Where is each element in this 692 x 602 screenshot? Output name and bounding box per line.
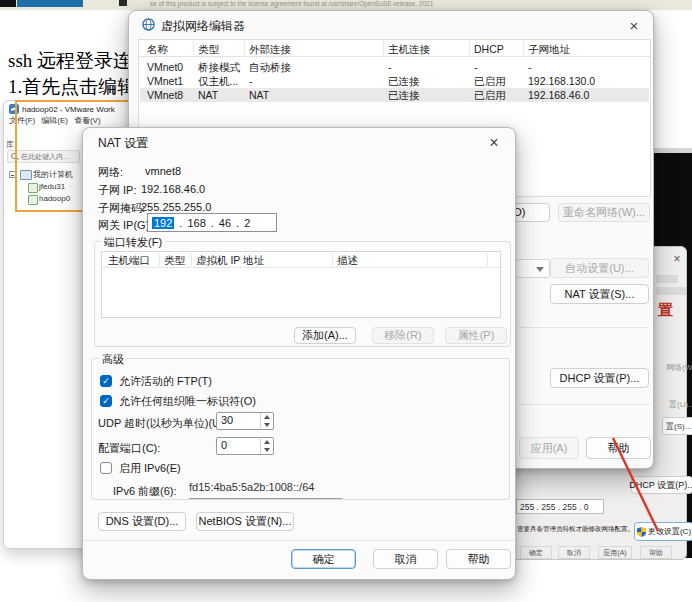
allow-ftp-checkbox[interactable]: ✓	[100, 375, 112, 387]
nat-settings-dialog: NAT 设置 × 网络: vmnet8 子网 IP: 192.168.46.0 …	[82, 127, 516, 580]
background-picture-grey-band	[653, 148, 692, 153]
vne-help-button[interactable]: 帮助	[586, 437, 651, 459]
subnet-mask-value: 255.255.255.0	[141, 201, 211, 213]
col-name[interactable]: 名称	[147, 43, 168, 57]
netbios-settings-button[interactable]: NetBIOS 设置(N)...	[196, 512, 294, 531]
close-icon[interactable]: ×	[666, 249, 688, 269]
pf-col-type[interactable]: 类型	[164, 254, 185, 268]
pf-properties-button[interactable]: 属性(P)	[445, 327, 507, 344]
admin-privilege-note: 需要具备管理员特权才能修改网络配置。	[517, 525, 635, 534]
bg-help-button[interactable]: 帮助	[640, 546, 672, 559]
footer-divider	[83, 540, 515, 541]
gateway-ip-field[interactable]: 192 . 168 . 46 . 2	[147, 213, 277, 232]
vne-titlebar[interactable]: 虚拟网络编辑器 ×	[129, 11, 653, 37]
spinner-up-icon[interactable]	[260, 413, 273, 421]
pf-col-vmip[interactable]: 虚拟机 IP 地址	[196, 254, 264, 268]
ipv6-prefix-label: IPv6 前缀(6):	[113, 484, 177, 499]
skeleton-block	[656, 287, 686, 295]
allow-oui-label: 允许任何组织唯一标识符(O)	[119, 394, 256, 409]
config-port-value[interactable]: 0	[221, 439, 227, 451]
nat-titlebar[interactable]: NAT 设置 ×	[83, 128, 515, 154]
doc-line-1: ssh 远程登录连	[8, 48, 132, 74]
close-icon[interactable]: ×	[483, 133, 505, 153]
bg-dhcp-settings-button[interactable]: DHCP 设置(P)...	[631, 476, 692, 494]
table-row-vmnet1[interactable]: VMnet1 仅主机... - 已连接 已启用 192.168.130.0	[140, 74, 649, 88]
gateway-octet-1[interactable]: 192	[152, 217, 174, 229]
host-adapter-combobox[interactable]	[515, 259, 550, 278]
table-row-vmnet0[interactable]: VMnet0 桥接模式 自动桥接 - - -	[140, 60, 649, 74]
enable-ipv6-checkbox[interactable]	[100, 462, 112, 474]
spinner-down-icon[interactable]	[260, 421, 273, 429]
network-editor-icon	[142, 18, 155, 31]
apply-button[interactable]: 应用(A)	[519, 437, 579, 459]
pf-col-desc[interactable]: 描述	[337, 254, 358, 268]
close-icon[interactable]: ×	[623, 16, 645, 36]
col-dhcp[interactable]: DHCP	[474, 43, 504, 55]
ip-dot: .	[179, 217, 182, 229]
gateway-ip-label: 网关 IP(G):	[98, 218, 152, 233]
spinner-down-icon[interactable]	[260, 446, 273, 454]
pf-col-hostport[interactable]: 主机端口	[108, 254, 150, 268]
gateway-octet-2[interactable]: 168	[187, 217, 205, 229]
pf-add-button[interactable]: 添加(A)...	[294, 327, 356, 344]
allow-oui-checkbox[interactable]: ✓	[100, 395, 112, 407]
gateway-octet-4[interactable]: 2	[244, 217, 250, 229]
config-port-stepper[interactable]: 0	[216, 437, 274, 455]
ip-dot: .	[236, 217, 239, 229]
nat-help-button[interactable]: 帮助	[446, 549, 511, 569]
network-value: vmnet8	[145, 165, 181, 177]
rename-network-fragment: 网络(W)...	[666, 362, 692, 373]
check-icon: ✓	[102, 376, 110, 386]
port-forwarding-label: 端口转发(F)	[101, 235, 165, 250]
change-settings-button[interactable]: 更改设置(C)	[634, 522, 692, 541]
enable-ipv6-label: 启用 IPv6(E)	[119, 461, 181, 476]
config-port-label: 配置端口(C):	[98, 441, 160, 456]
udp-timeout-value[interactable]: 30	[221, 414, 233, 426]
pf-remove-button[interactable]: 移除(R)	[372, 327, 434, 344]
bg-apply-button[interactable]: 应用(A)	[598, 546, 632, 559]
taskbar-black-fragment	[0, 0, 16, 7]
col-subnet[interactable]: 子网地址	[528, 43, 570, 57]
nat-settings-button[interactable]: NAT 设置(S)...	[550, 284, 649, 304]
doc-line-2: 1.首先点击编辑	[8, 74, 136, 100]
udp-timeout-label: UDP 超时(以秒为单位)(U):	[98, 416, 227, 431]
col-type[interactable]: 类型	[198, 43, 219, 57]
bg-subnet-mask-field[interactable]: 255 . 255 . 255 . 0	[516, 499, 604, 514]
nat-title: NAT 设置	[98, 135, 148, 152]
table-row-vmnet8[interactable]: VMnet8 NAT NAT 已连接 已启用 192.168.46.0	[140, 88, 649, 102]
nat-cancel-button[interactable]: 取消	[373, 549, 438, 569]
vne-title: 虚拟网络编辑器	[161, 18, 245, 35]
library-label: 库	[6, 139, 14, 150]
auto-settings-fragment: 置(U)...	[669, 399, 692, 410]
document-page: se of this product is subject to the lic…	[0, 0, 692, 602]
udp-timeout-stepper[interactable]: 30	[216, 412, 274, 430]
skeleton-block	[656, 275, 678, 283]
gateway-octet-3[interactable]: 46	[219, 217, 231, 229]
dhcp-settings-button[interactable]: DHCP 设置(P)...	[550, 368, 649, 388]
col-hostconn[interactable]: 主机连接	[388, 43, 430, 57]
allow-ftp-label: 允许活动的 FTP(T)	[119, 374, 212, 389]
subnet-ip-value: 192.168.46.0	[141, 183, 205, 195]
red-annotation-text: 置	[658, 301, 673, 320]
col-external[interactable]: 外部连接	[249, 43, 291, 57]
bg-cancel-button[interactable]: 取消	[558, 546, 590, 559]
rename-network-button[interactable]: 重命名网络(W)...	[558, 203, 650, 222]
auto-settings-button[interactable]: 自动设置(U)...	[550, 258, 649, 278]
advanced-label: 高级	[99, 352, 127, 367]
license-strip: se of this product is subject to the lic…	[0, 0, 692, 10]
ipv6-prefix-field[interactable]: fd15:4ba5:5a2b:1008::/64	[189, 481, 342, 499]
port-forwarding-table[interactable]: 主机端口 类型 虚拟机 IP 地址 描述	[101, 251, 501, 318]
divider	[519, 327, 649, 328]
check-icon: ✓	[102, 396, 110, 406]
chevron-down-icon	[536, 267, 544, 272]
nat-settings-fragment: 置(S)...	[662, 417, 692, 435]
uac-shield-icon	[637, 527, 646, 537]
dns-settings-button[interactable]: DNS 设置(D)...	[98, 512, 186, 531]
subnet-mask-label: 子网掩码:	[98, 201, 145, 216]
nat-ok-button[interactable]: 确定	[291, 549, 356, 569]
divider	[519, 404, 649, 405]
bg-ok-button[interactable]: 确定	[520, 546, 552, 559]
ip-dot: .	[211, 217, 214, 229]
spinner-up-icon[interactable]	[260, 438, 273, 446]
subnet-ip-label: 子网 IP:	[98, 183, 137, 198]
